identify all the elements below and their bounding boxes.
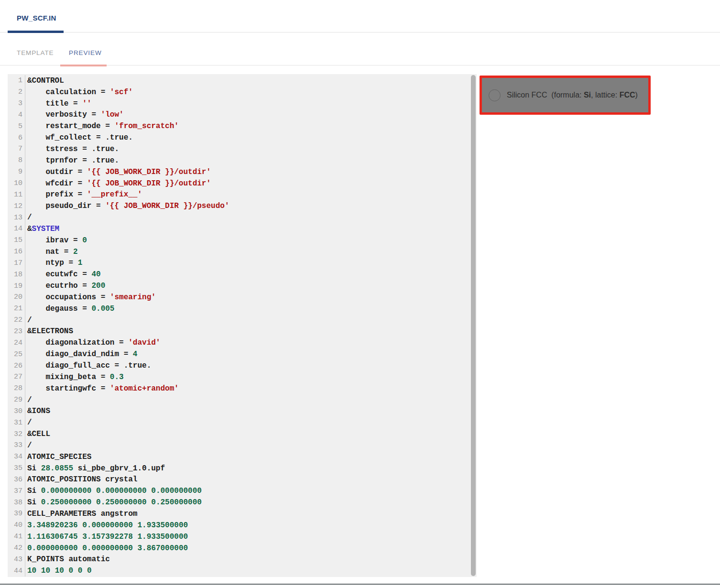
line-number: 5 <box>8 120 25 132</box>
tab-template[interactable]: TEMPLATE <box>17 49 54 56</box>
line-number: 23 <box>8 326 25 338</box>
line-number: 14 <box>8 223 25 235</box>
code-line: 29/ <box>8 394 477 406</box>
code-line: 27 mixing_beta = 0.3 <box>8 371 477 383</box>
line-number: 27 <box>8 371 25 383</box>
code-line: 26 diago_full_acc = .true. <box>8 360 477 371</box>
code-line: 13/ <box>8 212 477 223</box>
line-number: 42 <box>8 543 25 554</box>
line-number: 31 <box>8 417 25 428</box>
line-number: 30 <box>8 405 25 417</box>
code-line: 30&IONS <box>8 405 477 417</box>
line-number: 11 <box>8 189 25 200</box>
line-number: 6 <box>8 132 25 143</box>
line-number: 3 <box>8 98 25 109</box>
code-line: 34ATOMIC_SPECIES <box>8 451 477 463</box>
code-line: 1&CONTROL <box>8 75 477 87</box>
line-number: 38 <box>8 497 25 508</box>
line-number: 19 <box>8 280 25 292</box>
code-line: 4 verbosity = 'low' <box>8 109 477 121</box>
code-line: 31/ <box>8 417 477 428</box>
code-line: 22/ <box>8 315 477 326</box>
line-number: 10 <box>8 178 25 189</box>
line-number: 29 <box>8 394 25 406</box>
line-number: 36 <box>8 474 25 486</box>
radio-unchecked-icon[interactable] <box>489 89 501 101</box>
code-line: 18 ecutwfc = 40 <box>8 269 477 280</box>
code-line: 2 calculation = 'scf' <box>8 87 477 98</box>
line-number: 24 <box>8 337 25 348</box>
line-number: 8 <box>8 155 25 166</box>
line-number: 26 <box>8 360 25 371</box>
line-number: 43 <box>8 554 25 565</box>
code-line: 43K_POINTS automatic <box>8 554 477 565</box>
bottom-divider <box>0 584 720 585</box>
line-number: 44 <box>8 565 25 577</box>
line-number: 35 <box>8 463 25 474</box>
code-line: 23&ELECTRONS <box>8 326 477 338</box>
line-number: 22 <box>8 315 25 326</box>
editor-scrollbar[interactable] <box>471 75 476 576</box>
page: PW_SCF.IN TEMPLATE PREVIEW 1&CONTROL2 ca… <box>0 0 720 588</box>
code-line: 5 restart_mode = 'from_scratch' <box>8 120 477 132</box>
code-line: 11 prefix = '__prefix__' <box>8 189 477 200</box>
line-number: 9 <box>8 166 25 178</box>
code-line: 24 diagonalization = 'david' <box>8 337 477 348</box>
code-line: 20 occupations = 'smearing' <box>8 292 477 303</box>
tab-preview[interactable]: PREVIEW <box>69 49 102 56</box>
code-line: 32&CELL <box>8 428 477 440</box>
line-number: 7 <box>8 143 25 155</box>
line-number: 1 <box>8 75 25 87</box>
line-number: 32 <box>8 428 25 440</box>
subtab-bar-divider <box>0 65 720 65</box>
line-number: 40 <box>8 520 25 531</box>
active-subtab-indicator <box>60 65 107 66</box>
code-line: 28 startingwfc = 'atomic+random' <box>8 383 477 394</box>
code-line: 15 ibrav = 0 <box>8 235 477 246</box>
code-line: 8 tprnfor = .true. <box>8 155 477 166</box>
code-line: 403.348920236 0.000000000 1.933500000 <box>8 520 477 531</box>
line-number: 41 <box>8 531 25 543</box>
code-line: 35Si 28.0855 si_pbe_gbrv_1.0.upf <box>8 463 477 474</box>
code-line: 25 diago_david_ndim = 4 <box>8 348 477 360</box>
line-number: 16 <box>8 246 25 258</box>
code-line: 10 wfcdir = '{{ JOB_WORK_DIR }}/outdir' <box>8 178 477 189</box>
code-line: 3 title = '' <box>8 98 477 109</box>
material-card-title: Silicon FCC (formula: Si, lattice: FCC) <box>507 91 638 99</box>
file-tab-bar-divider <box>0 32 720 33</box>
code-line: 420.000000000 0.000000000 3.867000000 <box>8 543 477 554</box>
code-line: 38Si 0.250000000 0.250000000 0.250000000 <box>8 497 477 508</box>
line-number: 34 <box>8 451 25 463</box>
line-number: 15 <box>8 235 25 246</box>
code-line: 14&SYSTEM <box>8 223 477 235</box>
line-number: 20 <box>8 292 25 303</box>
code-line: 6 wf_collect = .true. <box>8 132 477 143</box>
line-number: 4 <box>8 109 25 121</box>
file-tab-pw-scf-in[interactable]: PW_SCF.IN <box>17 14 56 22</box>
code-line: 17 ntyp = 1 <box>8 258 477 269</box>
line-number: 21 <box>8 303 25 315</box>
line-number: 37 <box>8 485 25 497</box>
code-line: 39CELL_PARAMETERS angstrom <box>8 508 477 520</box>
line-number: 33 <box>8 440 25 451</box>
code-line: 12 pseudo_dir = '{{ JOB_WORK_DIR }}/pseu… <box>8 200 477 212</box>
material-card-silicon-fcc[interactable]: Silicon FCC (formula: Si, lattice: FCC) <box>480 76 651 115</box>
code-line: 16 nat = 2 <box>8 246 477 258</box>
line-number: 18 <box>8 269 25 280</box>
code-line: 37Si 0.000000000 0.000000000 0.000000000 <box>8 485 477 497</box>
active-file-tab-indicator <box>8 31 64 33</box>
line-number: 25 <box>8 348 25 360</box>
code-line: 9 outdir = '{{ JOB_WORK_DIR }}/outdir' <box>8 166 477 178</box>
code-line: 36ATOMIC_POSITIONS crystal <box>8 474 477 486</box>
code-line: 411.116306745 3.157392278 1.933500000 <box>8 531 477 543</box>
code-line: 21 degauss = 0.005 <box>8 303 477 315</box>
code-line: 33/ <box>8 440 477 451</box>
line-number: 12 <box>8 200 25 212</box>
code-editor[interactable]: 1&CONTROL2 calculation = 'scf'3 title = … <box>8 74 477 577</box>
line-number: 28 <box>8 383 25 394</box>
code-line: 7 tstress = .true. <box>8 143 477 155</box>
code-lines: 1&CONTROL2 calculation = 'scf'3 title = … <box>8 75 477 577</box>
line-number: 17 <box>8 258 25 269</box>
line-number: 39 <box>8 508 25 520</box>
code-line: 19 ecutrho = 200 <box>8 280 477 292</box>
